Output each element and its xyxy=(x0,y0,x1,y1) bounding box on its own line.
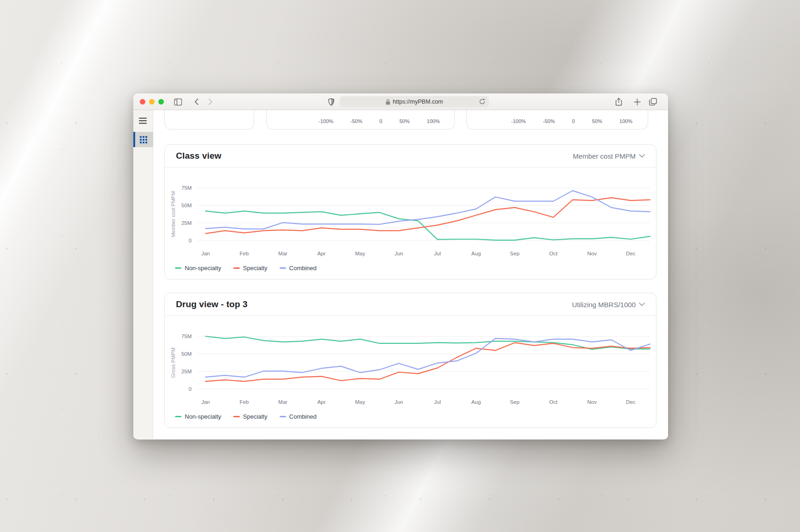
line-chart: 75M50M25M0JanFebMarAprMayJunJulAugSepOct… xyxy=(165,171,656,262)
share-icon xyxy=(615,98,622,106)
mini-card-axis: -100%-50%050%100% xyxy=(511,118,632,124)
share-button[interactable] xyxy=(614,97,623,106)
mini-axis-label: 100% xyxy=(619,118,632,124)
reload-button[interactable] xyxy=(479,98,486,107)
mini-axis-label: 100% xyxy=(427,118,440,124)
chart-area: 75M50M25M0JanFebMarAprMayJunJulAugSepOct… xyxy=(165,167,656,272)
lock-icon xyxy=(386,99,390,105)
x-tick-label: Jun xyxy=(394,251,403,256)
y-tick-label: 50M xyxy=(181,203,192,208)
tab-overview-button[interactable] xyxy=(648,97,657,106)
y-tick-label: 0 xyxy=(189,386,192,392)
dropdown-label: Utilizing MBRS/1000 xyxy=(572,301,636,309)
card-title: Drug view - top 3 xyxy=(176,299,248,309)
series-line-specialty xyxy=(206,343,650,382)
legend-item-non-specialty[interactable]: Non-specialty xyxy=(175,265,221,272)
x-tick-label: Oct xyxy=(549,251,558,256)
legend-label: Specialty xyxy=(243,265,268,272)
x-tick-label: Oct xyxy=(549,399,558,405)
mini-axis-label: -100% xyxy=(511,118,526,124)
line-chart: 75M50M25M0JanFebMarAprMayJunJulAugSepOct… xyxy=(165,320,656,410)
app-sidebar xyxy=(133,110,153,439)
x-tick-label: Mar xyxy=(278,251,288,256)
sidebar-item-dashboard[interactable] xyxy=(133,132,153,147)
x-tick-label: Aug xyxy=(471,399,481,405)
y-tick-label: 50M xyxy=(181,351,192,357)
x-tick-label: Nov xyxy=(588,251,597,256)
app-content: -100%-50%050%100% -100%-50%050%100% Clas… xyxy=(133,110,668,439)
mini-card xyxy=(164,110,254,130)
x-tick-label: Jan xyxy=(201,399,210,405)
legend-swatch xyxy=(280,416,286,417)
legend-item-combined[interactable]: Combined xyxy=(280,265,317,272)
chevron-down-icon xyxy=(639,303,645,306)
x-tick-label: Sep xyxy=(510,251,519,256)
reload-icon xyxy=(479,98,486,105)
mini-axis-label: 50% xyxy=(592,118,602,124)
x-tick-label: Feb xyxy=(240,251,249,256)
url-bar[interactable]: https://myPBM.com xyxy=(340,96,489,107)
y-tick-label: 25M xyxy=(181,220,192,226)
card-title: Class view xyxy=(176,151,221,161)
x-tick-label: Sep xyxy=(510,399,519,405)
mini-axis-label: -100% xyxy=(319,118,333,124)
y-tick-label: 75M xyxy=(181,185,192,191)
x-tick-label: May xyxy=(355,399,365,405)
privacy-report-button[interactable] xyxy=(326,97,336,106)
sidebar-icon xyxy=(174,99,182,105)
legend-swatch xyxy=(233,267,240,269)
close-window-button[interactable] xyxy=(140,99,145,105)
mini-card: -100%-50%050%100% xyxy=(266,110,455,130)
legend-label: Non-specialty xyxy=(185,413,221,420)
menu-button[interactable] xyxy=(139,118,147,126)
legend-swatch xyxy=(280,267,286,269)
new-tab-button[interactable] xyxy=(632,97,642,106)
dashboard-main: -100%-50%050%100% -100%-50%050%100% Clas… xyxy=(153,110,668,439)
mini-axis-label: 0 xyxy=(380,118,382,124)
forward-button[interactable] xyxy=(206,97,215,106)
mini-axis-label: -50% xyxy=(350,118,362,124)
legend-item-specialty[interactable]: Specialty xyxy=(233,413,268,420)
back-button[interactable] xyxy=(192,97,201,106)
x-tick-label: Dec xyxy=(626,399,636,405)
top-card-row: -100%-50%050%100% -100%-50%050%100% xyxy=(164,110,648,130)
zoom-window-button[interactable] xyxy=(158,99,164,105)
dropdown-label: Member cost PMPM xyxy=(573,152,636,160)
y-tick-label: 0 xyxy=(189,238,192,243)
x-tick-label: Apr xyxy=(317,399,325,405)
y-axis-title: Member cost PMPM xyxy=(170,191,176,237)
legend-label: Combined xyxy=(289,265,317,272)
minimize-window-button[interactable] xyxy=(149,99,155,105)
metric-dropdown[interactable]: Utilizing MBRS/1000 xyxy=(572,301,645,309)
plus-icon xyxy=(634,99,641,105)
legend-item-non-specialty[interactable]: Non-specialty xyxy=(175,413,221,420)
chart-legend: Non-specialtySpecialtyCombined xyxy=(165,262,656,272)
x-tick-label: Jul xyxy=(434,251,441,256)
class-view-card: Class view Member cost PMPM 75M50M25M0Ja… xyxy=(164,144,656,279)
chart-area: 75M50M25M0JanFebMarAprMayJunJulAugSepOct… xyxy=(165,316,656,420)
chevron-right-icon xyxy=(208,99,212,105)
x-tick-label: Nov xyxy=(588,399,597,405)
x-tick-label: Feb xyxy=(240,399,249,405)
mini-axis-label: 0 xyxy=(572,118,575,124)
x-tick-label: Apr xyxy=(317,251,325,256)
mini-axis-label: 50% xyxy=(400,118,410,124)
browser-window: https://myPBM.com xyxy=(133,93,668,439)
legend-label: Non-specialty xyxy=(185,265,221,272)
series-line-non-specialty xyxy=(206,336,650,349)
shield-icon xyxy=(328,98,334,106)
legend-swatch xyxy=(233,416,240,417)
grid-icon xyxy=(140,136,147,143)
legend-item-combined[interactable]: Combined xyxy=(280,413,317,420)
sidebar-toggle-button[interactable] xyxy=(173,97,182,106)
legend-item-specialty[interactable]: Specialty xyxy=(233,265,268,272)
x-tick-label: Jan xyxy=(201,251,210,256)
series-line-specialty xyxy=(206,198,650,234)
card-header: Drug view - top 3 Utilizing MBRS/1000 xyxy=(165,293,656,316)
mini-card: -100%-50%050%100% xyxy=(466,110,648,130)
y-axis-title: Gross PMPM xyxy=(170,347,176,377)
chevron-down-icon xyxy=(639,154,645,158)
metric-dropdown[interactable]: Member cost PMPM xyxy=(573,152,645,160)
legend-swatch xyxy=(175,267,181,269)
card-header: Class view Member cost PMPM xyxy=(165,145,656,167)
